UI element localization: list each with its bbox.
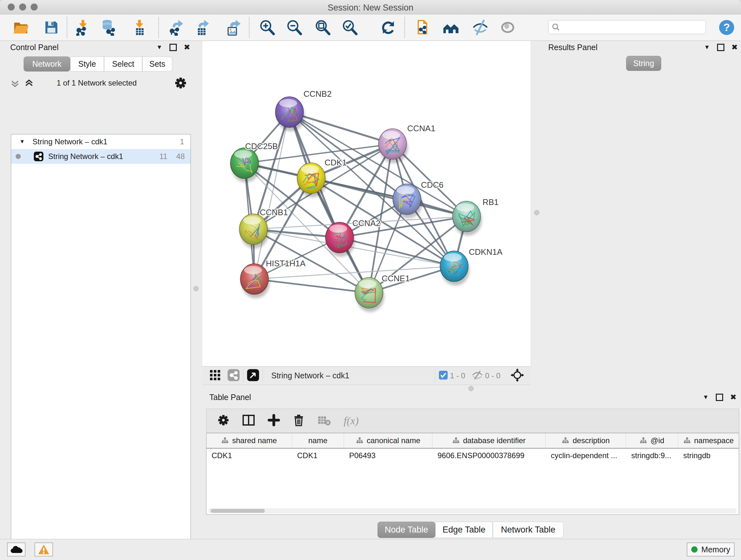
memory-button[interactable]: Memory bbox=[687, 543, 735, 557]
export-network-button[interactable] bbox=[167, 18, 185, 37]
table-horizontal-scrollbar[interactable] bbox=[208, 508, 737, 513]
hide-selected-button[interactable] bbox=[471, 18, 489, 37]
scrollbar-thumb[interactable] bbox=[211, 509, 265, 513]
network-node-cdk1[interactable]: CDK1 bbox=[297, 158, 347, 197]
float-panel-icon[interactable] bbox=[716, 394, 723, 401]
status-bar: Memory bbox=[0, 539, 741, 560]
cloud-status-button[interactable] bbox=[7, 543, 25, 557]
zoom-selected-button[interactable] bbox=[340, 18, 359, 37]
table-row[interactable]: CDK1 CDK1 P06493 9606.ENSP00000378699 cy… bbox=[206, 449, 739, 462]
tab-edge-table[interactable]: Edge Table bbox=[435, 522, 493, 538]
create-column-button[interactable] bbox=[268, 414, 280, 428]
cell-name[interactable]: CDK1 bbox=[292, 449, 344, 462]
network-collection-label: String Network – cdk1 bbox=[32, 137, 108, 146]
table-options-gear-button[interactable] bbox=[217, 414, 229, 428]
tab-node-table[interactable]: Node Table bbox=[378, 522, 435, 538]
hidden-node-edge-counts: 0 - 0 bbox=[485, 371, 500, 380]
tab-sets[interactable]: Sets bbox=[142, 57, 172, 71]
search-field[interactable] bbox=[548, 20, 706, 34]
network-row-selected[interactable]: String Network – cdk1 11 48 bbox=[11, 149, 191, 164]
tab-string[interactable]: String bbox=[626, 56, 661, 71]
import-network-from-database-button[interactable] bbox=[98, 18, 117, 37]
network-node-cdkn1a[interactable]: CDKN1A bbox=[440, 247, 502, 286]
birds-eye-view-button[interactable] bbox=[247, 369, 259, 383]
toolbar-separator bbox=[249, 17, 250, 38]
import-table-button[interactable] bbox=[130, 18, 149, 37]
refresh-button[interactable] bbox=[379, 18, 398, 37]
column-type-icon bbox=[452, 437, 460, 444]
collapse-panel-icon[interactable]: ▼ bbox=[704, 44, 710, 51]
warnings-button[interactable] bbox=[35, 543, 53, 557]
tab-style[interactable]: Style bbox=[70, 57, 104, 71]
cell-description[interactable]: cyclin-dependent ... bbox=[546, 449, 626, 462]
float-panel-icon[interactable] bbox=[717, 44, 724, 51]
column-type-icon bbox=[562, 437, 569, 444]
delete-table-button[interactable] bbox=[318, 415, 331, 427]
network-node-hist1h1a[interactable]: HIST1H1A bbox=[240, 259, 306, 298]
refresh-icon bbox=[380, 19, 397, 36]
collapse-panel-icon[interactable]: ▼ bbox=[156, 44, 162, 51]
open-session-button[interactable] bbox=[11, 18, 30, 37]
network-node-ccne1[interactable]: CCNE1 bbox=[355, 273, 410, 312]
export-image-button[interactable] bbox=[224, 18, 242, 37]
save-session-button[interactable] bbox=[42, 18, 61, 37]
string-network-graph[interactable]: CCNB2CCNA1CDC25BCDK1CDC6RB1CCNB1CCNA2CDK… bbox=[202, 41, 530, 366]
tab-network-table[interactable]: Network Table bbox=[493, 522, 563, 538]
show-all-button[interactable] bbox=[498, 18, 517, 37]
export-table-button[interactable] bbox=[193, 18, 211, 37]
zoom-fit-button[interactable] bbox=[313, 18, 332, 37]
column-header-namespace[interactable]: namespace bbox=[678, 433, 739, 448]
delete-columns-button[interactable] bbox=[293, 414, 305, 428]
tab-network[interactable]: Network bbox=[23, 57, 70, 71]
show-columns-button[interactable] bbox=[242, 414, 255, 428]
tree-expand-icon[interactable]: ▼ bbox=[19, 138, 25, 145]
selected-checkbox[interactable] bbox=[439, 370, 448, 381]
help-button[interactable]: ? bbox=[718, 18, 736, 37]
network-collection-row[interactable]: ▼ String Network – cdk1 1 bbox=[11, 134, 191, 149]
grid-view-button[interactable] bbox=[209, 369, 221, 382]
navigate-crosshair-button[interactable] bbox=[511, 368, 524, 383]
left-splitter-handle[interactable] bbox=[193, 286, 199, 291]
float-panel-icon[interactable] bbox=[170, 44, 177, 51]
zoom-in-button[interactable] bbox=[258, 18, 276, 37]
node-label: CCNB1 bbox=[260, 207, 288, 217]
table-toolbar: f(x) bbox=[206, 409, 739, 433]
column-header-canonical-name[interactable]: canonical name bbox=[344, 433, 432, 448]
collapse-panel-icon[interactable]: ▼ bbox=[703, 394, 709, 401]
share-annotation-button[interactable] bbox=[414, 18, 433, 37]
help-icon: ? bbox=[718, 19, 735, 36]
tab-select[interactable]: Select bbox=[104, 57, 142, 71]
home-button[interactable] bbox=[442, 18, 460, 37]
string-style-button[interactable] bbox=[227, 369, 240, 383]
cell-database-identifier[interactable]: 9606.ENSP00000378699 bbox=[432, 449, 546, 462]
cell-canonical-name[interactable]: P06493 bbox=[344, 449, 432, 462]
column-header-name[interactable]: name bbox=[292, 433, 344, 448]
network-options-gear-button[interactable] bbox=[174, 77, 187, 91]
gear-icon bbox=[174, 77, 187, 89]
column-type-icon bbox=[639, 437, 647, 444]
export-network-icon bbox=[168, 19, 185, 36]
import-network-button[interactable] bbox=[74, 18, 92, 37]
cell-shared-name[interactable]: CDK1 bbox=[206, 449, 292, 462]
function-builder-button[interactable]: f(x) bbox=[344, 415, 359, 427]
cell-id[interactable]: stringdb:9... bbox=[626, 449, 678, 462]
close-panel-icon[interactable]: ✖ bbox=[731, 43, 738, 52]
memory-label: Memory bbox=[701, 545, 730, 554]
column-header-shared-name[interactable]: shared name bbox=[206, 433, 292, 448]
node-label: CCNB2 bbox=[304, 89, 332, 99]
cell-namespace[interactable]: stringdb bbox=[678, 449, 739, 462]
network-node-rb1[interactable]: RB1 bbox=[453, 197, 499, 236]
column-header-database-identifier[interactable]: database identifier bbox=[432, 433, 546, 448]
close-panel-icon[interactable]: ✖ bbox=[184, 43, 190, 52]
close-panel-icon[interactable]: ✖ bbox=[730, 393, 737, 401]
string-app-icon-gray bbox=[227, 369, 240, 381]
search-input[interactable] bbox=[562, 22, 702, 32]
zoom-out-button[interactable] bbox=[285, 18, 304, 37]
network-node-count: 11 bbox=[159, 152, 167, 161]
network-view-canvas[interactable]: CCNB2CCNA1CDC25BCDK1CDC6RB1CCNB1CCNA2CDK… bbox=[202, 41, 530, 366]
network-node-cdc6[interactable]: CDC6 bbox=[393, 180, 444, 219]
node-label: RB1 bbox=[482, 197, 499, 207]
column-header-description[interactable]: description bbox=[546, 433, 626, 448]
column-header-id[interactable]: @id bbox=[626, 433, 678, 448]
right-splitter-handle[interactable] bbox=[534, 210, 539, 215]
